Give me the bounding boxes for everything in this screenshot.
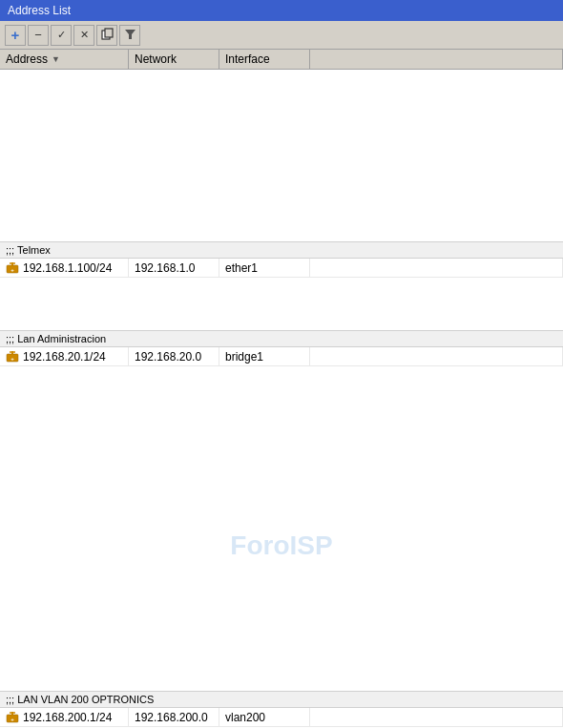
header-extra [310,50,563,69]
sort-arrow-icon: ▼ [52,54,60,64]
cell-interface: bridge1 [219,347,310,365]
row-icon: + [6,350,19,364]
address-value: 192.168.1.100/24 [23,261,112,275]
row-icon: + [6,261,19,275]
header-interface-label: Interface [225,52,270,66]
cell-address: + 192.168.1.100/24 [0,259,129,277]
filter-button[interactable] [119,25,140,46]
svg-marker-2 [125,30,136,39]
table-header: Address ▼ Network Interface [0,50,563,70]
cell-address: + 192.168.200.1/24 [0,708,129,726]
table-row[interactable]: + 192.168.200.1/24 192.168.200.0 vlan200 [0,708,563,727]
table-container: Address ▼ Network Interface ;;; Telmex [0,50,563,728]
svg-rect-1 [105,29,113,37]
filter-icon [124,28,136,42]
address-value: 192.168.200.1/24 [23,711,112,724]
cell-network: 192.168.200.0 [129,708,219,726]
table-row[interactable]: + 192.168.1.100/24 192.168.1.0 ether1 [0,259,563,278]
watermark: ForoISP [230,530,332,561]
table-body: ;;; Telmex + 192.168.1.100/24 192.168.1.… [0,70,563,727]
section-header-lan-admin: ;;; Lan Administracion [0,330,563,347]
table-row[interactable]: + 192.168.20.1/24 192.168.20.0 bridge1 [0,347,563,366]
address-value: 192.168.20.1/24 [23,350,106,364]
title-label: Address List [8,4,71,17]
svg-text:+: + [10,267,14,273]
add-icon: + [11,27,20,43]
svg-text:+: + [10,356,14,362]
title-bar: Address List [0,0,563,21]
header-address[interactable]: Address ▼ [0,50,129,69]
add-button[interactable]: + [5,25,26,46]
copy-button[interactable] [96,25,117,46]
cell-extra [310,347,563,365]
copy-icon [101,28,114,42]
svg-text:+: + [10,717,14,722]
row-icon: + [6,711,19,724]
section-header-telmex: ;;; Telmex [0,241,563,259]
header-address-label: Address [6,52,48,66]
cell-interface: vlan200 [219,708,310,726]
disable-button[interactable]: ✕ [73,25,94,46]
header-network-label: Network [135,52,177,66]
cell-extra [310,708,563,726]
check-icon: ✓ [57,29,66,41]
header-network[interactable]: Network [129,50,219,69]
section-header-vlan: ;;; LAN VLAN 200 OPTRONICS [0,691,563,708]
minus-icon: − [34,28,42,42]
toolbar: + − ✓ ✕ [0,21,563,50]
cross-icon: ✕ [80,29,89,41]
header-interface[interactable]: Interface [219,50,310,69]
cell-address: + 192.168.20.1/24 [0,347,129,365]
cell-interface: ether1 [219,259,310,277]
enable-button[interactable]: ✓ [51,25,72,46]
cell-network: 192.168.20.0 [129,347,219,365]
cell-network: 192.168.1.0 [129,259,219,277]
remove-button[interactable]: − [28,25,49,46]
cell-extra [310,259,563,277]
